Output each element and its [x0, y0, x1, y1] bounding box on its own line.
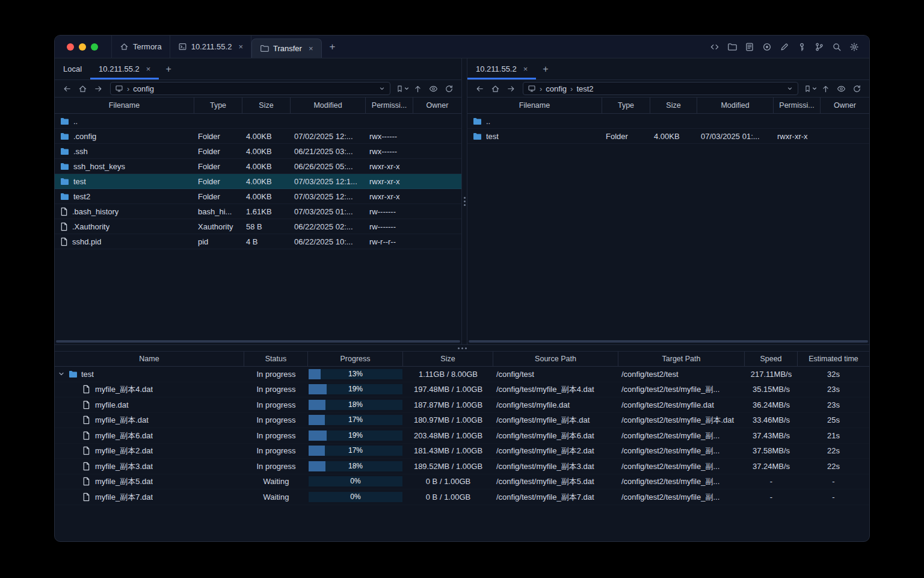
column-header-size[interactable]: Size: [403, 352, 493, 366]
transfer-row[interactable]: myfile_副本2.datIn progress17%181.43MB / 1…: [55, 444, 869, 459]
minimize-window-button[interactable]: [79, 43, 86, 51]
close-pane-tab-icon[interactable]: ×: [146, 65, 151, 73]
column-header-status[interactable]: Status: [244, 352, 308, 366]
transfer-splitter[interactable]: [55, 344, 869, 352]
column-header-filename[interactable]: Filename: [467, 98, 602, 113]
column-header-modified[interactable]: Modified: [291, 98, 366, 113]
zoom-window-button[interactable]: [91, 43, 98, 51]
file-row[interactable]: .XauthorityXauthority58 B06/22/2025 02:.…: [55, 219, 461, 234]
forward-icon[interactable]: [504, 82, 518, 95]
close-pane-tab-icon[interactable]: ×: [523, 65, 528, 73]
filename-cell: ssh_host_keys: [55, 159, 194, 174]
back-icon[interactable]: [60, 82, 74, 95]
file-row[interactable]: .configFolder4.00KB07/02/2025 12:...rwx-…: [55, 129, 461, 144]
pane-tab-local[interactable]: Local: [55, 58, 90, 79]
column-header-target-path[interactable]: Target Path: [618, 352, 745, 366]
new-pane-tab-button[interactable]: +: [159, 58, 177, 79]
pane-splitter[interactable]: [461, 58, 467, 344]
refresh-icon[interactable]: [850, 82, 864, 95]
path-bar[interactable]: › config › test2: [523, 82, 798, 95]
transfer-row[interactable]: testIn progress13%1.11GB / 8.00GB/config…: [55, 367, 869, 382]
column-header-owner[interactable]: Owner: [413, 98, 461, 113]
edit-icon[interactable]: [779, 42, 790, 52]
settings-icon[interactable]: [849, 42, 860, 52]
file-row[interactable]: ..: [55, 114, 461, 129]
file-row[interactable]: .bash_historybash_hi...1.61KB07/03/2025 …: [55, 204, 461, 219]
branch-icon[interactable]: [814, 42, 825, 52]
file-row[interactable]: .sshFolder4.00KB06/21/2025 03:...rwx----…: [55, 144, 461, 159]
breadcrumb-segment-config[interactable]: config: [546, 84, 567, 93]
file-row[interactable]: test2Folder4.00KB07/03/2025 12:...rwxr-x…: [55, 189, 461, 204]
transfer-row[interactable]: myfile_副本3.datIn progress18%189.52MB / 1…: [55, 459, 869, 474]
key-icon[interactable]: [796, 42, 807, 52]
transfer-row[interactable]: myfile.datIn progress18%187.87MB / 1.00G…: [55, 397, 869, 413]
breadcrumb-segment-config[interactable]: config: [133, 84, 154, 93]
show-hidden-eye-icon[interactable]: [427, 82, 440, 95]
breadcrumb-segment-test2[interactable]: test2: [576, 84, 593, 93]
transfer-row[interactable]: myfile_副本4.datIn progress19%197.48MB / 1…: [55, 382, 869, 398]
home-icon[interactable]: [488, 82, 502, 95]
pane-tab-remote[interactable]: 10.211.55.2 ×: [90, 58, 159, 79]
column-header-size[interactable]: Size: [650, 98, 697, 113]
refresh-icon[interactable]: [442, 82, 456, 95]
folder-icon: [473, 117, 482, 125]
breadcrumb-separator: ›: [127, 84, 129, 93]
close-window-button[interactable]: [67, 43, 74, 51]
column-header-size[interactable]: Size: [242, 98, 291, 113]
file-permissions: rwxr-xr-x: [366, 189, 413, 204]
column-header-estimated-time[interactable]: Estimated time: [798, 352, 869, 366]
column-header-type[interactable]: Type: [602, 98, 650, 113]
tab-transfer[interactable]: Transfer ×: [251, 39, 322, 58]
log-icon[interactable]: [744, 42, 755, 52]
back-icon[interactable]: [473, 82, 487, 95]
upload-icon[interactable]: [819, 82, 833, 95]
chevron-down-icon[interactable]: [378, 85, 386, 92]
file-row[interactable]: ..: [467, 114, 869, 129]
column-header-source-path[interactable]: Source Path: [493, 352, 618, 366]
right-navbar: › config › test2: [467, 80, 869, 98]
column-header-filename[interactable]: Filename: [55, 98, 194, 113]
forward-icon[interactable]: [91, 82, 105, 95]
column-header-speed[interactable]: Speed: [745, 352, 798, 366]
new-tab-button[interactable]: +: [322, 36, 343, 58]
column-header-owner[interactable]: Owner: [821, 98, 869, 113]
path-bar[interactable]: › config: [110, 82, 390, 95]
transfer-eta: -: [798, 474, 869, 489]
file-row[interactable]: sshd.pidpid4 B06/22/2025 10:...rw-r--r--: [55, 234, 461, 249]
tab-termora[interactable]: Termora: [112, 36, 170, 58]
home-icon[interactable]: [76, 82, 90, 95]
close-tab-icon[interactable]: ×: [238, 43, 243, 51]
transfer-row[interactable]: myfile_副本.datIn progress17%180.97MB / 1.…: [55, 413, 869, 429]
code-icon[interactable]: [709, 42, 720, 52]
pane-tab-remote[interactable]: 10.211.55.2 ×: [467, 58, 536, 79]
files-icon[interactable]: [727, 42, 738, 52]
column-header-type[interactable]: Type: [194, 98, 242, 113]
bookmark-icon[interactable]: [395, 82, 409, 95]
column-header-progress[interactable]: Progress: [308, 352, 403, 366]
close-tab-icon[interactable]: ×: [309, 45, 313, 52]
transfer-row[interactable]: myfile_副本5.datWaiting0%0 B / 1.00GB/conf…: [55, 474, 869, 490]
transfer-row[interactable]: myfile_副本6.datIn progress19%203.48MB / 1…: [55, 428, 869, 444]
chevron-down-icon[interactable]: [786, 85, 793, 92]
horizontal-scrollbar[interactable]: [469, 340, 868, 343]
horizontal-scrollbar[interactable]: [56, 340, 460, 343]
column-header-name[interactable]: Name: [55, 352, 244, 366]
file-row[interactable]: ssh_host_keysFolder4.00KB06/26/2025 05:.…: [55, 159, 461, 174]
file-icon: [82, 446, 90, 455]
new-pane-tab-button[interactable]: +: [536, 58, 555, 79]
transfer-row[interactable]: myfile_副本7.datWaiting0%0 B / 1.00GB/conf…: [55, 489, 869, 505]
search-icon[interactable]: [831, 42, 842, 52]
record-icon[interactable]: [762, 42, 772, 52]
file-row[interactable]: testFolder4.00KB07/03/2025 01:...rwxr-xr…: [467, 129, 869, 144]
tab-ssh-session[interactable]: 10.211.55.2 ×: [170, 36, 251, 58]
bookmark-icon[interactable]: [803, 82, 817, 95]
file-row[interactable]: testFolder4.00KB07/03/2025 12:1...rwxr-x…: [55, 174, 461, 189]
column-header-permissions[interactable]: Permissi...: [366, 98, 413, 113]
column-header-permissions[interactable]: Permissi...: [774, 98, 821, 113]
chevron-down-icon[interactable]: [58, 370, 65, 378]
file-size: 4.00KB: [242, 189, 291, 204]
upload-icon[interactable]: [411, 82, 425, 95]
column-header-modified[interactable]: Modified: [697, 98, 774, 113]
progress-label: 17%: [309, 415, 402, 425]
show-hidden-eye-icon[interactable]: [834, 82, 848, 95]
